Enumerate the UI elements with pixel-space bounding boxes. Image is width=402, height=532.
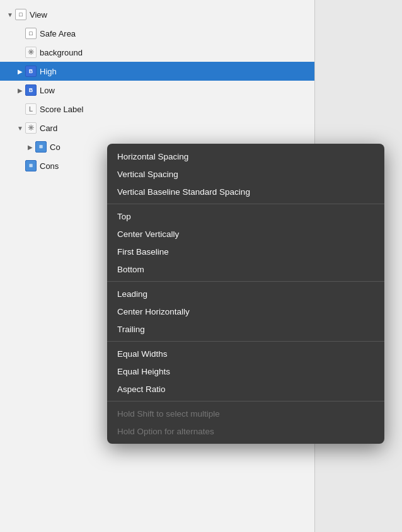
co-icon: ⊞: [35, 141, 47, 153]
tree-item-label-cons: Cons: [40, 161, 59, 171]
menu-item-vertical-spacing[interactable]: Vertical Spacing: [107, 165, 384, 183]
menu-item-trailing[interactable]: Trailing: [107, 320, 384, 338]
score-label-icon: L: [25, 103, 37, 115]
menu-item-horizontal-spacing[interactable]: Horizontal Spacing: [107, 147, 384, 165]
card-icon: ✳: [25, 122, 37, 134]
context-menu: Horizontal Spacing Vertical Spacing Vert…: [107, 144, 384, 444]
expand-arrow-low[interactable]: [15, 87, 25, 94]
tree-item-label-score-label: Score Label: [40, 105, 83, 114]
tree-item-label-safe-area: Safe Area: [40, 29, 76, 38]
expand-arrow-view[interactable]: [5, 11, 15, 18]
menu-item-aspect-ratio[interactable]: Aspect Ratio: [107, 380, 384, 398]
tree-item-low[interactable]: B Low: [0, 81, 314, 100]
tree-item-label-card: Card: [40, 124, 57, 133]
low-icon: B: [25, 84, 37, 96]
tree-item-view[interactable]: □ View: [0, 5, 314, 24]
tree-item-label-co: Co: [50, 142, 60, 152]
expand-arrow-high[interactable]: [15, 68, 25, 75]
menu-divider-1: [107, 204, 384, 204]
safe-area-icon: □: [25, 28, 37, 39]
tree-item-background[interactable]: ✳ background: [0, 43, 314, 62]
menu-divider-4: [107, 401, 384, 402]
high-icon: B: [25, 66, 37, 77]
tree-item-label-high: High: [40, 67, 57, 76]
tree-item-label-background: background: [40, 48, 83, 57]
menu-item-equal-widths[interactable]: Equal Widths: [107, 345, 384, 362]
expand-arrow-co[interactable]: [25, 144, 35, 151]
cons-icon: ⊞: [25, 160, 37, 171]
menu-item-equal-heights[interactable]: Equal Heights: [107, 362, 384, 380]
background-icon: ✳: [25, 47, 37, 58]
menu-item-first-baseline[interactable]: First Baseline: [107, 243, 384, 260]
expand-arrow-card[interactable]: [15, 125, 25, 132]
tree-item-label-low: Low: [40, 86, 55, 95]
menu-item-top[interactable]: Top: [107, 207, 384, 225]
menu-item-vertical-baseline[interactable]: Vertical Baseline Standard Spacing: [107, 183, 384, 200]
tree-item-safe-area[interactable]: □ Safe Area: [0, 24, 314, 43]
menu-item-center-horizontally[interactable]: Center Horizontally: [107, 303, 384, 320]
menu-item-hold-option: Hold Option for alternates: [107, 422, 384, 440]
tree-item-card[interactable]: ✳ Card: [0, 119, 314, 137]
tree-item-high[interactable]: B High: [0, 62, 314, 81]
menu-divider-2: [107, 281, 384, 282]
view-icon: □: [15, 9, 26, 20]
tree-item-score-label[interactable]: L Score Label: [0, 100, 314, 119]
menu-item-hold-shift: Hold Shift to select multiple: [107, 405, 384, 422]
tree-item-label-view: View: [30, 10, 47, 20]
menu-item-center-vertically[interactable]: Center Vertically: [107, 225, 384, 243]
menu-divider-3: [107, 341, 384, 342]
menu-item-bottom[interactable]: Bottom: [107, 260, 384, 278]
menu-item-leading[interactable]: Leading: [107, 285, 384, 303]
